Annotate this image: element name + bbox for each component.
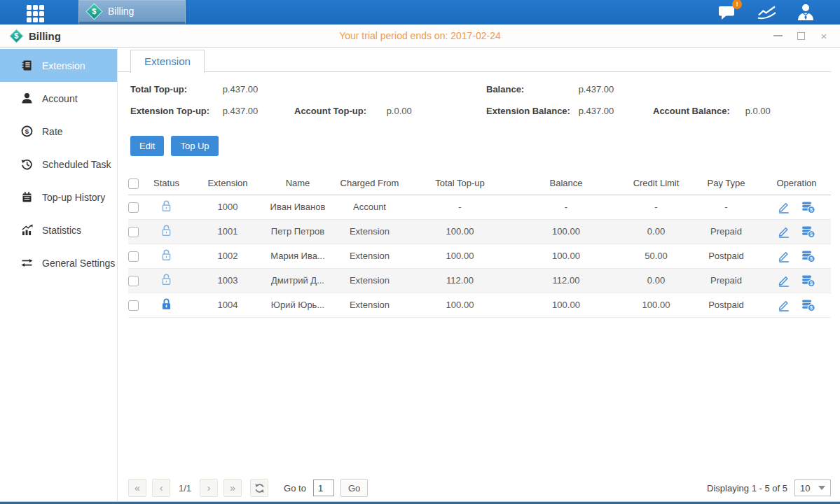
goto-page-input[interactable] [313,479,334,496]
cell-credit-limit: 0.00 [622,268,690,293]
row-checkbox[interactable] [128,276,139,286]
topup-coins-icon[interactable]: $ [801,201,815,214]
cell-name: Иван Иванов [266,195,329,219]
topbar-tab-label: Billing [108,6,134,17]
user-glyph [797,4,815,21]
app-grid-icon[interactable] [27,5,48,20]
cell-pay-type: Prepaid [690,219,762,244]
cell-name: Петр Петров [266,219,329,244]
page-size-select[interactable]: 10 [794,479,831,496]
window-bottom-border [0,501,840,504]
header-total-topup: Total Top-up [410,172,510,195]
pagination-bar: « ‹ 1/1 › » Go to Go Displaying 1 - 5 of… [128,479,831,497]
lock-open-icon [160,200,172,212]
cell-pay-type: Prepaid [690,268,762,293]
topup-coins-icon[interactable]: $ [801,299,815,312]
first-page-button[interactable]: « [128,479,146,497]
sidebar-item-general-settings[interactable]: General Settings [0,246,117,279]
cell-name: Дмитрий Д... [266,268,329,293]
sidebar-label: Statistics [42,225,81,236]
cell-total-topup: 100.00 [410,293,510,317]
topup-coins-icon[interactable]: $ [801,250,815,262]
topup-coins-icon[interactable]: $ [801,225,815,238]
cell-balance: 100.00 [510,244,622,268]
cell-name: Юрий Юрь... [266,293,329,317]
header-balance: Balance [510,172,622,195]
sidebar-item-statistics[interactable]: Statistics [0,214,117,246]
scheduled-task-icon [21,158,33,170]
summary-value: p.437.00 [223,106,259,116]
edit-pencil-icon[interactable] [778,225,790,238]
summary-panel: Total Top-up: p.437.00 Balance: p.437.00… [130,84,831,116]
sidebar-item-scheduled-task[interactable]: Scheduled Task [0,148,117,181]
cell-credit-limit: 0.00 [622,219,690,244]
header-pay-type: Pay Type [690,172,762,195]
summary-value: p.0.00 [387,106,412,116]
sidebar-item-rate[interactable]: $ Rate [0,115,117,148]
select-all-checkbox[interactable] [128,178,139,189]
svg-text:$: $ [25,127,29,135]
go-button[interactable]: Go [340,479,368,497]
extension-icon [21,59,33,71]
main-content: Extension Total Top-up: p.437.00 Balance… [118,48,840,504]
next-page-button[interactable]: › [200,479,218,497]
notification-badge: ! [732,0,742,9]
cell-name: Мария Ива... [266,244,329,268]
prev-page-button[interactable]: ‹ [152,479,170,497]
summary-value: p.437.00 [223,84,259,94]
lock-closed-icon [160,298,172,310]
edit-button[interactable]: Edit [130,136,164,156]
row-checkbox[interactable] [128,251,139,262]
summary-label: Account Balance: [653,106,743,116]
sidebar-item-topup-history[interactable]: Top-up History [0,181,117,214]
minimize-button[interactable] [773,31,783,41]
cell-charged-from: Account [329,195,410,219]
summary-label: Account Top-up: [294,106,384,116]
dollar-diamond-icon: $ [85,3,102,20]
last-page-button[interactable]: » [223,479,242,497]
sidebar-label: Rate [42,126,63,137]
topup-coins-icon[interactable]: $ [801,274,815,287]
row-checkbox[interactable] [128,227,139,237]
rate-icon: $ [21,125,33,137]
topbar-tab-billing[interactable]: $ Billing [78,0,186,24]
cell-pay-type: Postpaid [690,244,762,268]
row-checkbox[interactable] [128,300,139,311]
tab-extension[interactable]: Extension [130,50,205,74]
cell-total-topup: 100.00 [410,244,510,268]
user-icon[interactable] [794,4,818,22]
displaying-text: Displaying 1 - 5 of 5 [707,483,787,493]
sidebar-item-account[interactable]: Account [0,82,117,115]
chart-icon[interactable] [755,4,778,22]
header-extension: Extension [189,172,266,195]
maximize-button[interactable] [796,31,806,41]
refresh-button[interactable] [250,479,268,497]
sidebar-item-extension[interactable]: Extension [0,49,117,82]
cell-extension: 1003 [189,268,266,293]
edit-pencil-icon[interactable] [778,299,790,312]
row-checkbox[interactable] [128,202,139,213]
chart-glyph [757,5,776,20]
summary-label: Balance: [486,84,576,94]
page-size-value: 10 [800,483,810,493]
summary-label: Extension Balance: [486,106,576,116]
edit-pencil-icon[interactable] [778,201,790,214]
cell-charged-from: Extension [329,219,410,244]
general-settings-icon [21,257,33,269]
top-up-button[interactable]: Top Up [171,136,218,156]
cell-extension: 1004 [189,293,266,317]
sidebar-label: General Settings [42,258,115,269]
cell-charged-from: Extension [329,268,410,293]
close-button[interactable]: × [819,31,829,41]
chevron-down-icon [818,486,825,490]
edit-pencil-icon[interactable] [778,250,790,262]
chat-icon[interactable]: ! [715,4,739,22]
table-row: 1001 Петр Петров Extension 100.00 100.00… [128,219,831,244]
lock-open-icon [160,273,172,286]
cell-credit-limit: 50.00 [622,244,690,268]
cell-credit-limit: - [622,195,690,219]
lock-open-icon [160,248,172,261]
header-charged-from: Charged From [329,172,410,195]
edit-pencil-icon[interactable] [778,274,790,287]
cell-total-topup: 112.00 [410,268,510,293]
